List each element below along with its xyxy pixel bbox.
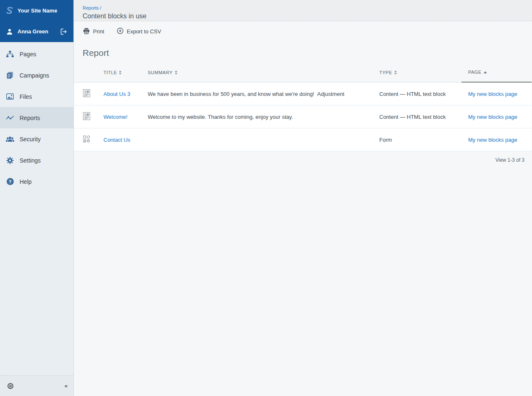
- site-logo[interactable]: Your Site Name: [0, 0, 73, 21]
- row-title-link[interactable]: About Us 3: [103, 91, 130, 97]
- site-name: Your Site Name: [18, 8, 57, 14]
- sidebar-item-campaigns[interactable]: Campaigns: [0, 65, 73, 86]
- print-label: Print: [93, 28, 104, 35]
- brand-logo-icon: [5, 6, 14, 15]
- sidebar-item-label: Settings: [20, 157, 41, 164]
- row-type: Content — HTML text block: [379, 114, 446, 120]
- text-block-icon: [83, 89, 90, 98]
- row-title-link[interactable]: Welcome!: [103, 114, 128, 120]
- logout-button[interactable]: [61, 28, 68, 35]
- sidebar-item-help[interactable]: ? Help: [0, 171, 73, 192]
- print-button[interactable]: Print: [83, 28, 104, 35]
- table-header-row: TITLE SUMMARY TYPE PAGE: [74, 63, 532, 83]
- report-heading: Report: [83, 48, 532, 58]
- printer-icon: [83, 28, 90, 35]
- column-header-icon: [74, 63, 103, 83]
- user-icon: [5, 29, 14, 35]
- column-header-title[interactable]: TITLE: [103, 63, 148, 83]
- sidebar-item-label: Pages: [20, 51, 36, 58]
- image-icon: [6, 93, 14, 100]
- sidebar: Your Site Name Anna Green: [0, 0, 74, 396]
- sort-both-icon: [119, 70, 121, 75]
- row-type: Content — HTML text block: [379, 91, 446, 97]
- line-chart-icon: [6, 115, 14, 121]
- row-page-link[interactable]: My new blocks page: [468, 91, 517, 97]
- row-type: Form: [379, 137, 392, 143]
- main-area: Reports / Content blocks in use Print: [74, 0, 532, 396]
- sort-asc-icon: [484, 71, 487, 73]
- download-circle-icon: [117, 28, 124, 35]
- column-header-page[interactable]: PAGE: [461, 63, 532, 83]
- breadcrumb[interactable]: Reports /: [83, 5, 101, 10]
- sidebar-item-security[interactable]: Security: [0, 128, 73, 150]
- row-title-link[interactable]: Contact Us: [103, 137, 130, 143]
- user-row: Anna Green: [0, 21, 73, 42]
- sidebar-item-label: Reports: [20, 115, 40, 121]
- row-summary: We have been in business for 500 years, …: [148, 91, 344, 97]
- row-type-cell: [74, 105, 103, 128]
- row-page-link[interactable]: My new blocks page: [468, 137, 517, 143]
- users-icon: [6, 136, 14, 142]
- user-name: Anna Green: [18, 28, 57, 35]
- page-header: Reports / Content blocks in use: [74, 0, 532, 21]
- column-header-summary[interactable]: SUMMARY: [148, 63, 379, 83]
- sidebar-header: Your Site Name Anna Green: [0, 0, 73, 42]
- sidebar-nav: Pages Campaigns Files: [0, 42, 73, 375]
- sidebar-item-pages[interactable]: Pages: [0, 43, 73, 65]
- gear-icon: [6, 157, 14, 164]
- form-icon: [83, 135, 90, 144]
- table-row: Contact Us Form My new blocks page: [74, 128, 532, 151]
- export-csv-button[interactable]: Export to CSV: [117, 28, 161, 35]
- page-title: Content blocks in use: [83, 13, 532, 20]
- column-header-type[interactable]: TYPE: [379, 63, 461, 83]
- toolbar: Print Export to CSV: [74, 21, 532, 42]
- table-row: About Us 3 We have been in business for …: [74, 83, 532, 105]
- documents-icon: [6, 72, 14, 79]
- sort-both-icon: [175, 70, 177, 75]
- sidebar-item-label: Help: [20, 178, 32, 185]
- sitemap-icon: [6, 51, 14, 58]
- pagination-status: View 1-3 of 3: [74, 151, 532, 163]
- sidebar-item-label: Files: [20, 93, 32, 100]
- row-type-cell: [74, 83, 103, 105]
- table-row: Welcome! Welcome to my website. Thanks f…: [74, 105, 532, 128]
- sidebar-item-label: Campaigns: [20, 72, 49, 79]
- collapse-sidebar-button[interactable]: «: [65, 383, 68, 389]
- sidebar-item-settings[interactable]: Settings: [0, 150, 73, 171]
- sidebar-footer: «: [0, 375, 73, 396]
- row-type-cell: [74, 128, 103, 151]
- sidebar-item-reports[interactable]: Reports: [0, 107, 73, 128]
- row-page-link[interactable]: My new blocks page: [468, 114, 517, 120]
- question-icon: ?: [6, 178, 14, 185]
- sidebar-item-files[interactable]: Files: [0, 86, 73, 107]
- report-table: TITLE SUMMARY TYPE PAGE: [74, 63, 532, 163]
- text-block-icon: [83, 112, 90, 121]
- status-dot-icon[interactable]: [8, 383, 13, 389]
- sidebar-item-label: Security: [20, 136, 41, 143]
- sort-both-icon: [394, 70, 397, 75]
- row-summary: Welcome to my website. Thanks for coming…: [148, 114, 293, 120]
- export-csv-label: Export to CSV: [127, 28, 161, 35]
